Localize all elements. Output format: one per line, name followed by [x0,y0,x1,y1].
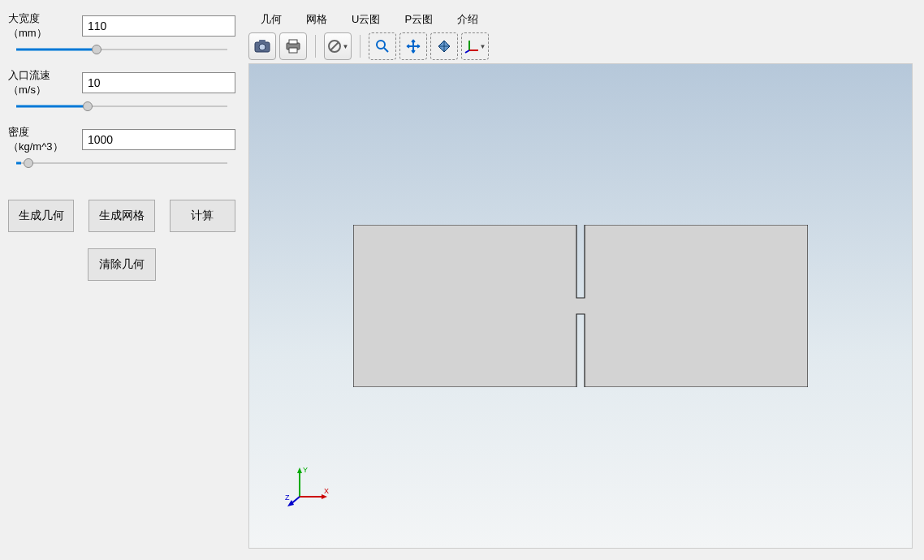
tab-u-contour[interactable]: U云图 [339,8,392,29]
rotate-view-button[interactable] [430,32,458,60]
generate-mesh-button[interactable]: 生成网格 [89,200,154,232]
compute-button[interactable]: 计算 [170,200,235,232]
density-slider[interactable] [8,156,235,170]
svg-text:X: X [324,487,329,495]
velocity-input[interactable] [82,72,235,93]
svg-line-12 [465,50,469,53]
svg-rect-1 [259,40,266,43]
width-slider[interactable] [8,42,235,57]
tab-mesh[interactable]: 网格 [294,8,339,29]
svg-line-7 [330,42,339,50]
svg-marker-14 [297,467,302,473]
zoom-icon [374,38,391,54]
axes-view-button[interactable]: ▼ [461,32,489,60]
generate-geometry-button[interactable]: 生成几何 [8,200,74,232]
velocity-slider[interactable] [8,99,235,114]
param-label: 大宽度（mm） [8,11,74,41]
orientation-triad: Y X Z [285,464,330,512]
svg-point-8 [377,41,385,49]
fit-view-button[interactable] [399,32,427,60]
camera-icon [254,40,270,53]
param-label: 密度（kg/m^3） [8,125,74,154]
svg-rect-4 [289,40,297,44]
width-input[interactable] [82,15,235,37]
action-buttons: 生成几何 生成网格 计算 [8,200,235,232]
chevron-down-icon: ▼ [480,43,486,50]
tab-intro[interactable]: 介绍 [445,8,490,29]
tab-bar: 几何 网格 U云图 P云图 介绍 [248,8,913,29]
param-density: 密度（kg/m^3） [8,125,235,170]
param-width: 大宽度（mm） [8,11,235,57]
toolbar-separator [360,35,361,58]
chevron-down-icon: ▼ [343,43,349,50]
svg-line-9 [384,48,388,52]
axes-icon [464,39,479,54]
toolbar-separator [315,35,316,58]
screenshot-button[interactable] [248,32,276,60]
svg-rect-5 [289,48,297,53]
disable-button[interactable]: ▼ [324,32,352,60]
viewer-panel: 几何 网格 U云图 P云图 介绍 ▼ [244,0,924,560]
print-icon [285,39,301,54]
viewer-toolbar: ▼ ▼ [248,29,913,63]
svg-text:Z: Z [285,493,290,502]
zoom-box-button[interactable] [369,32,396,60]
move-icon [405,38,421,54]
print-button[interactable] [279,32,307,60]
tab-geometry[interactable]: 几何 [248,8,294,29]
rotate-icon [436,38,452,54]
clear-geometry-button[interactable]: 清除几何 [88,248,156,281]
param-velocity: 入口流速（m/s） [8,68,235,114]
tab-p-contour[interactable]: P云图 [392,8,445,29]
svg-point-2 [259,44,266,50]
density-input[interactable] [82,129,235,150]
param-label: 入口流速（m/s） [8,68,74,97]
svg-text:Y: Y [303,466,308,474]
parameter-panel: 大宽度（mm） 入口流速（m/s） 密度（kg/m^3） [0,0,244,560]
forbid-icon [327,39,342,54]
geometry-viewport[interactable]: Y X Z [248,63,913,549]
geometry-shape [353,225,808,387]
